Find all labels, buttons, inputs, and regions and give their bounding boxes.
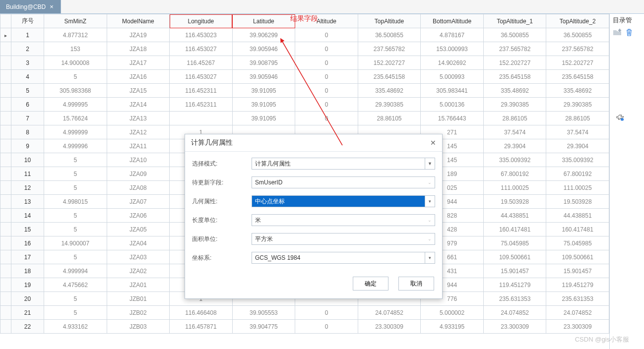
table-cell[interactable]: 4.999999 xyxy=(44,125,107,139)
table-cell[interactable]: 0 xyxy=(295,28,358,42)
close-icon[interactable]: × xyxy=(49,3,55,10)
table-cell[interactable]: JZA12 xyxy=(107,125,170,139)
table-cell[interactable]: 15.901457 xyxy=(483,264,546,278)
close-icon[interactable]: ✕ xyxy=(430,139,436,147)
table-cell[interactable]: 235.645158 xyxy=(358,70,421,84)
table-cell[interactable]: 23.300309 xyxy=(358,320,421,334)
table-cell[interactable]: 67.800192 xyxy=(546,167,609,181)
table-cell[interactable]: 116.466408 xyxy=(170,306,233,320)
table-cell[interactable]: 4.998015 xyxy=(44,195,107,209)
table-row[interactable]: 45JZA16116.45302739.9059460235.6451585.0… xyxy=(0,70,609,84)
table-cell[interactable]: 111.00025 xyxy=(483,181,546,195)
table-cell[interactable]: 119.451279 xyxy=(546,278,609,292)
area-combo[interactable]: 平方米⌄ xyxy=(252,233,435,245)
table-cell[interactable]: 39.91095 xyxy=(232,84,295,98)
table-cell[interactable]: 237.565782 xyxy=(546,42,609,56)
table-cell[interactable]: JZA17 xyxy=(107,56,170,70)
table-cell[interactable]: 4 xyxy=(11,70,44,84)
table-cell[interactable]: JZA14 xyxy=(107,98,170,112)
row-header[interactable] xyxy=(0,223,11,236)
row-header[interactable] xyxy=(0,236,11,250)
table-cell[interactable] xyxy=(170,112,233,125)
table-cell[interactable]: 235.631353 xyxy=(546,292,609,306)
table-cell[interactable]: 29.390385 xyxy=(358,98,421,112)
table-cell[interactable]: 5 xyxy=(44,223,107,236)
table-cell[interactable]: 44.438851 xyxy=(546,209,609,223)
table-cell[interactable]: 116.45267 xyxy=(170,56,233,70)
table-cell[interactable]: 0 xyxy=(295,112,358,125)
table-cell[interactable]: 5.000136 xyxy=(421,98,484,112)
table-cell[interactable]: 152.202727 xyxy=(358,56,421,70)
table-row[interactable]: 2153JZA18116.45302739.9059460237.5657821… xyxy=(0,42,609,56)
table-cell[interactable]: 237.565782 xyxy=(483,42,546,56)
row-header[interactable] xyxy=(0,28,11,42)
table-cell[interactable]: 152.202727 xyxy=(546,56,609,70)
table-cell[interactable]: 29.390385 xyxy=(483,98,546,112)
table-cell[interactable]: 6 xyxy=(11,98,44,112)
table-cell[interactable]: 37.5474 xyxy=(546,125,609,139)
table-cell[interactable]: 14 xyxy=(11,209,44,223)
column-header[interactable]: Longitude xyxy=(170,14,233,28)
chevron-down-icon[interactable]: ▼ xyxy=(425,158,435,169)
table-cell[interactable]: 20 xyxy=(11,292,44,306)
chevron-down-icon[interactable]: ▾ xyxy=(425,196,435,207)
table-cell[interactable]: 37.5474 xyxy=(483,125,546,139)
table-cell[interactable]: 4.877312 xyxy=(44,28,107,42)
table-cell[interactable]: JZA09 xyxy=(107,167,170,181)
table-cell[interactable]: 12 xyxy=(11,181,44,195)
table-cell[interactable]: 160.417481 xyxy=(483,223,546,236)
table-cell[interactable]: 116.457871 xyxy=(170,320,233,334)
length-combo[interactable]: 米⌄ xyxy=(252,214,435,226)
table-cell[interactable]: JZA03 xyxy=(107,250,170,264)
table-cell[interactable]: 5 xyxy=(44,181,107,195)
table-cell[interactable]: 28.86105 xyxy=(358,112,421,125)
table-cell[interactable]: 116.452311 xyxy=(170,84,233,98)
table-cell[interactable]: 335.009392 xyxy=(546,153,609,167)
table-cell[interactable]: 237.565782 xyxy=(358,42,421,56)
table-row[interactable]: 14.877312JZA19116.45302339.906299036.500… xyxy=(0,28,609,42)
table-cell[interactable]: 5 xyxy=(44,209,107,223)
row-header[interactable] xyxy=(0,181,11,195)
table-cell[interactable]: JZA06 xyxy=(107,209,170,223)
table-cell[interactable]: 15 xyxy=(11,223,44,236)
row-header[interactable] xyxy=(0,139,11,153)
chevron-down-icon[interactable]: ⌄ xyxy=(425,177,435,188)
table-cell[interactable]: JZA04 xyxy=(107,236,170,250)
table-cell[interactable]: 23.300309 xyxy=(483,320,546,334)
table-cell[interactable]: 36.500855 xyxy=(483,28,546,42)
column-header[interactable]: SmMinZ xyxy=(44,14,107,28)
table-cell[interactable]: 116.453027 xyxy=(170,42,233,56)
table-cell[interactable]: 21 xyxy=(11,306,44,320)
row-header[interactable] xyxy=(0,278,11,292)
cancel-button[interactable]: 取消 xyxy=(398,277,434,291)
row-header[interactable] xyxy=(0,292,11,306)
table-cell[interactable]: 153.000993 xyxy=(421,42,484,56)
new-folder-icon[interactable] xyxy=(613,28,622,37)
table-cell[interactable]: JZA10 xyxy=(107,153,170,167)
row-header[interactable] xyxy=(0,306,11,320)
table-cell[interactable]: 14.900007 xyxy=(44,236,107,250)
table-cell[interactable]: JZA05 xyxy=(107,223,170,236)
table-cell[interactable]: 0 xyxy=(295,320,358,334)
table-cell[interactable]: 235.645158 xyxy=(546,70,609,84)
table-cell[interactable]: 39.91095 xyxy=(232,112,295,125)
table-cell[interactable]: 11 xyxy=(11,167,44,181)
row-header[interactable] xyxy=(0,195,11,209)
row-header[interactable] xyxy=(0,70,11,84)
table-cell[interactable]: 305.983368 xyxy=(44,84,107,98)
table-cell[interactable]: 335.48692 xyxy=(546,84,609,98)
table-cell[interactable]: 5 xyxy=(44,292,107,306)
table-cell[interactable]: 14.900008 xyxy=(44,56,107,70)
row-header[interactable] xyxy=(0,42,11,56)
row-header[interactable] xyxy=(0,167,11,181)
table-row[interactable]: 215JZB02116.46640839.905553024.0748525.0… xyxy=(0,306,609,320)
table-row[interactable]: 715.76624JZA1339.91095028.8610515.766443… xyxy=(0,112,609,125)
table-cell[interactable]: 119.451279 xyxy=(483,278,546,292)
table-cell[interactable]: 152.202727 xyxy=(483,56,546,70)
row-header[interactable] xyxy=(0,84,11,98)
geom-combo[interactable]: 中心点坐标▾ xyxy=(252,195,435,207)
row-header[interactable] xyxy=(0,320,11,334)
chevron-down-icon[interactable]: ⌄ xyxy=(425,215,435,226)
table-cell[interactable]: 39.905553 xyxy=(232,306,295,320)
row-header[interactable] xyxy=(0,112,11,125)
